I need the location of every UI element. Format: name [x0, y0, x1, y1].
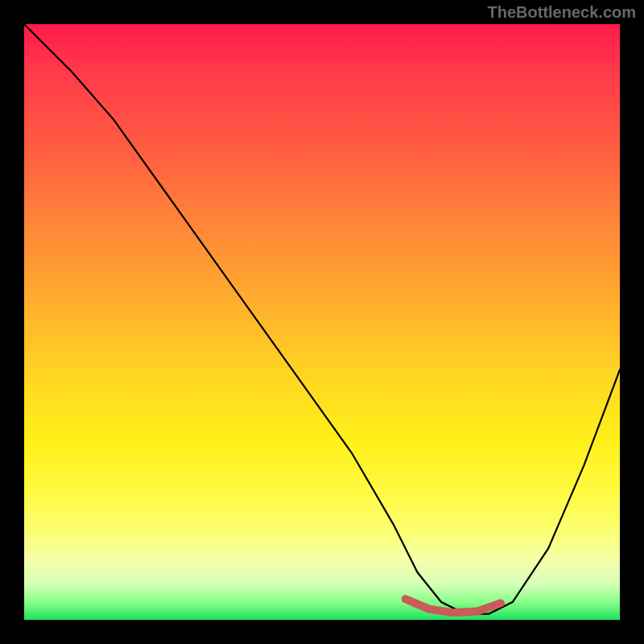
bottleneck-curve: [24, 24, 620, 614]
plot-area: [24, 24, 620, 620]
bottom-highlight: [406, 599, 501, 613]
curve-layer: [24, 24, 620, 620]
watermark-text: TheBottleneck.com: [488, 3, 636, 22]
